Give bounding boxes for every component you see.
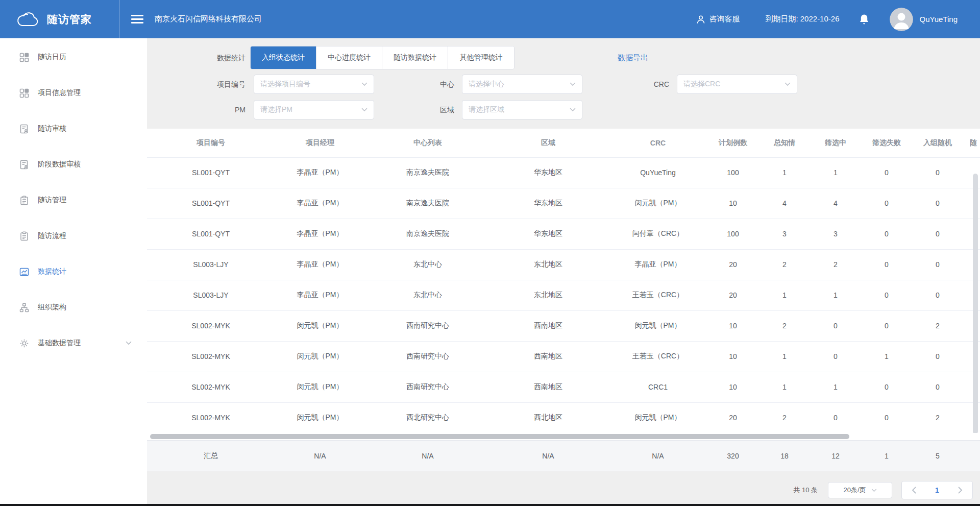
table-cell: 1 (756, 157, 813, 188)
table-cell: 闵元凯（PM） (275, 310, 365, 341)
table-cell: 东北中心 (365, 249, 490, 280)
column-header: 区域 (490, 129, 606, 157)
table-cell: 1 (813, 372, 859, 402)
document-user-icon (19, 159, 30, 170)
table-cell: 闵元凯（PM） (275, 341, 365, 372)
tab-enrollment-status[interactable]: 入组状态统计 (251, 46, 316, 69)
table-cell: 南京逸夫医院 (365, 188, 490, 219)
column-header: 总知情 (756, 129, 813, 157)
filter-panel: 数据统计 入组状态统计 中心进度统计 随访数据统计 其他管理统计 数据导出 项目… (147, 38, 980, 129)
pm-label: PM (147, 100, 246, 119)
table-cell: 西南研究中心 (365, 372, 490, 402)
table-cell: 东北地区 (490, 249, 606, 280)
table-cell: 0 (915, 372, 961, 402)
table-cell: 0 (915, 157, 961, 188)
table-cell: SL001-QYT (147, 219, 275, 249)
table-cell: 王若玉（CRC） (606, 280, 709, 310)
table-header-row: 项目编号项目经理中心列表区域CRC计划例数总知情筛选中筛选失败入组随机随 (147, 129, 980, 157)
sidebar-item-project-info[interactable]: 项目信息管理 (0, 75, 147, 111)
chevron-down-icon (871, 489, 877, 492)
vertical-scrollbar-thumb[interactable] (973, 174, 978, 433)
table-cell: 西南地区 (490, 372, 606, 402)
tab-center-progress[interactable]: 中心进度统计 (316, 46, 382, 69)
sidebar-item-followup-audit[interactable]: 随访审核 (0, 111, 147, 147)
table-cell: 2 (915, 310, 961, 341)
table-cell: 0 (859, 402, 915, 433)
crc-label: CRC (576, 75, 669, 94)
sidebar-item-data-statistics[interactable]: 数据统计 (0, 254, 147, 290)
table-cell: 10 (709, 341, 756, 372)
summary-cell: 1 (859, 441, 915, 471)
sidebar-item-label: 项目信息管理 (38, 88, 81, 98)
table-cell: 东北地区 (490, 280, 606, 310)
sidebar-item-organization[interactable]: 组织架构 (0, 290, 147, 325)
cloud-logo-icon (16, 11, 40, 28)
table-cell: 0 (859, 310, 915, 341)
table-cell: 1 (756, 372, 813, 402)
table-cell: 1 (813, 157, 859, 188)
column-header: 项目编号 (147, 129, 275, 157)
project-code-select[interactable]: 请选择项目编号 (254, 75, 374, 94)
center-label: 中心 (361, 75, 454, 94)
horizontal-scrollbar-thumb[interactable] (150, 434, 849, 439)
page-size-select[interactable]: 20条/页 (828, 482, 892, 498)
app-title: 随访管家 (47, 12, 92, 27)
current-page-number[interactable]: 1 (935, 486, 939, 494)
customer-support-button[interactable]: 咨询客服 (696, 14, 740, 24)
top-header: 随访管家 南京火石闪信网络科技有限公司 咨询客服 到期日期: 2022-10-2… (0, 0, 980, 38)
sidebar-item-stage-data-audit[interactable]: 阶段数据审核 (0, 147, 147, 182)
column-header: 筛选失败 (859, 129, 915, 157)
summary-cell: N/A (365, 441, 490, 471)
table-cell: 东北中心 (365, 280, 490, 310)
table-cell: 南京逸夫医院 (365, 219, 490, 249)
grid-icon (19, 52, 30, 62)
statistics-table-card: 项目编号项目经理中心列表区域CRC计划例数总知情筛选中筛选失败入组随机随 SL0… (147, 129, 980, 471)
sidebar-item-label: 随访日历 (38, 53, 66, 62)
sidebar-item-followup-process[interactable]: 随访流程 (0, 218, 147, 254)
summary-cell: N/A (490, 441, 606, 471)
crc-select[interactable]: 请选择CRC (677, 75, 797, 94)
pm-select[interactable]: 请选择PM (254, 100, 374, 119)
prev-page-icon[interactable] (912, 487, 916, 494)
table-row: SL003-LJY李晶亚（PM）东北中心东北地区王若玉（CRC）201100 (147, 280, 980, 310)
center-select[interactable]: 请选择中心 (462, 75, 582, 94)
notification-bell-icon[interactable] (859, 14, 869, 25)
expiry-date: 到期日期: 2022-10-26 (765, 14, 839, 24)
summary-cell: N/A (606, 441, 709, 471)
table-cell: 闫付章（CRC） (606, 219, 709, 249)
user-avatar[interactable] (890, 8, 913, 31)
table-cell: 闵元凯（PM） (606, 310, 709, 341)
table-cell: 1 (756, 280, 813, 310)
table-cell: SL002-MYK (147, 341, 275, 372)
table-cell: 西南研究中心 (365, 310, 490, 341)
table-row: SL002-MYK闵元凯（PM）西南研究中心西南地区CRC1101100 (147, 372, 980, 402)
sidebar-item-label: 随访流程 (38, 231, 66, 240)
column-header: 中心列表 (365, 129, 490, 157)
tab-followup-data[interactable]: 随访数据统计 (382, 46, 448, 69)
region-select[interactable]: 请选择区域 (462, 100, 582, 119)
table-cell: 3 (756, 219, 813, 249)
column-header: 项目经理 (275, 129, 365, 157)
pager: 1 (901, 481, 973, 499)
column-header: 计划例数 (709, 129, 756, 157)
table-cell: 10 (709, 310, 756, 341)
table-cell: 西南地区 (490, 310, 606, 341)
tab-other-management[interactable]: 其他管理统计 (448, 46, 514, 69)
sidebar-item-followup-calendar[interactable]: 随访日历 (0, 39, 147, 75)
data-export-link[interactable]: 数据导出 (618, 46, 648, 69)
clipboard-icon (19, 195, 30, 205)
sidebar-item-base-data-management[interactable]: 基础数据管理 (0, 325, 147, 361)
summary-cell: 5 (915, 441, 961, 471)
summary-row: 汇总N/AN/AN/AN/A320181215 (147, 441, 980, 471)
table-cell: 华东地区 (490, 157, 606, 188)
section-label: 数据统计 (147, 46, 246, 69)
table-cell: 10 (709, 188, 756, 219)
column-header: 随 (961, 129, 980, 157)
next-page-icon[interactable] (958, 487, 963, 494)
table-cell: 西南地区 (490, 341, 606, 372)
sidebar-item-followup-management[interactable]: 随访管理 (0, 182, 147, 218)
table-cell: 2 (756, 402, 813, 433)
table-cell: 西北地区 (490, 402, 606, 433)
menu-toggle-icon[interactable] (131, 15, 143, 23)
window-bottom-edge (0, 504, 980, 506)
